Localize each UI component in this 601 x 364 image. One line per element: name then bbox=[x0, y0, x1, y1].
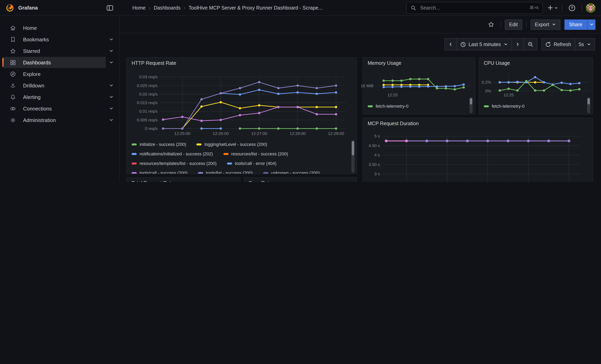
legend-item[interactable]: resources/templates/list - success (200) bbox=[131, 161, 217, 166]
expand-chevron-icon[interactable] bbox=[106, 83, 117, 88]
sidebar-link-home[interactable]: Home bbox=[2, 22, 106, 33]
search-input[interactable] bbox=[419, 5, 526, 11]
time-back-button[interactable] bbox=[445, 39, 456, 50]
breadcrumb-item[interactable]: Dashboards bbox=[154, 5, 180, 10]
expand-chevron-icon[interactable] bbox=[106, 95, 117, 99]
panel-title[interactable]: Error Rate bbox=[249, 180, 272, 182]
sidebar-link-dashboards[interactable]: Dashboards bbox=[2, 57, 106, 68]
panel-title[interactable]: CPU Usage bbox=[484, 60, 510, 66]
star-dashboard-icon[interactable] bbox=[486, 19, 496, 30]
legend-swatch bbox=[484, 105, 489, 107]
panel-title[interactable]: Total Request Rate bbox=[131, 180, 174, 182]
alerting-icon bbox=[8, 94, 18, 100]
sidebar-item-label: Home bbox=[23, 25, 37, 31]
legend-scrollbar[interactable] bbox=[470, 97, 473, 113]
sidebar-link-explore[interactable]: Explore bbox=[2, 68, 106, 79]
toolbar-divider bbox=[526, 21, 526, 28]
sidebar-item-explore: Explore bbox=[2, 68, 117, 79]
svg-text:0.03 req/s: 0.03 req/s bbox=[139, 75, 158, 79]
expand-chevron-icon[interactable] bbox=[106, 118, 117, 122]
drilldown-icon bbox=[8, 82, 18, 89]
svg-text:12:26:00: 12:26:00 bbox=[213, 131, 229, 136]
legend-scrollbar[interactable] bbox=[351, 140, 355, 173]
panel-title[interactable]: HTTP Request Rate bbox=[131, 60, 176, 66]
dashboards-icon bbox=[8, 59, 18, 66]
time-range-picker[interactable]: Last 5 minutes bbox=[456, 39, 511, 50]
connections-icon bbox=[8, 105, 18, 112]
svg-text:0 req/s: 0 req/s bbox=[145, 126, 158, 131]
time-range-group: Last 5 minutes bbox=[444, 38, 537, 50]
legend-swatch bbox=[227, 162, 232, 164]
zoom-out-button[interactable] bbox=[523, 39, 537, 50]
legend-swatch bbox=[368, 105, 373, 107]
refresh-icon bbox=[545, 41, 551, 47]
share-button-group: Share bbox=[564, 19, 595, 30]
expand-chevron-icon[interactable] bbox=[106, 106, 117, 111]
svg-text:12:25:00: 12:25:00 bbox=[174, 131, 190, 136]
expand-chevron-icon[interactable] bbox=[106, 37, 117, 42]
sidebar-link-starred[interactable]: Starred bbox=[2, 45, 106, 56]
cpu-legend: fetch-telemetry-0 bbox=[484, 101, 585, 113]
legend-swatch bbox=[197, 143, 202, 145]
sidebar-link-alerting[interactable]: Alerting bbox=[2, 91, 106, 103]
collapse-sidebar-icon[interactable] bbox=[105, 3, 115, 13]
legend-swatch bbox=[198, 172, 203, 174]
refresh-button[interactable]: Refresh bbox=[542, 39, 575, 50]
legend-item[interactable]: fetch-telemetry-0 bbox=[368, 104, 408, 108]
help-icon[interactable]: ? bbox=[566, 2, 578, 13]
administration-icon bbox=[8, 117, 18, 123]
time-controls: Last 5 minutes Refresh 5s bbox=[120, 38, 601, 50]
sidebar-item-label: Alerting bbox=[23, 94, 40, 100]
legend-item[interactable]: logging/setLevel - success (200) bbox=[197, 142, 267, 147]
sidebar-item-administration: Administration bbox=[2, 114, 117, 126]
share-menu-chevron[interactable] bbox=[587, 19, 595, 30]
svg-text:12:25: 12:25 bbox=[503, 93, 514, 97]
sidebar-item-label: Administration bbox=[23, 117, 56, 123]
svg-text:5 s: 5 s bbox=[374, 134, 380, 138]
svg-text:3.50 s: 3.50 s bbox=[369, 162, 380, 167]
legend-swatch bbox=[263, 172, 268, 174]
expand-chevron-icon[interactable] bbox=[106, 60, 117, 65]
chevron-down-icon bbox=[587, 42, 591, 47]
panel-title[interactable]: MCP Request Duration bbox=[368, 121, 419, 126]
sidebar-link-drilldown[interactable]: Drilldown bbox=[2, 80, 106, 91]
add-button[interactable] bbox=[547, 2, 558, 13]
legend-item[interactable]: fetch-telemetry-0 bbox=[484, 104, 524, 108]
explore-icon bbox=[8, 70, 18, 77]
breadcrumb-separator: › bbox=[184, 5, 185, 11]
legend-swatch bbox=[131, 162, 137, 164]
mcp-request-duration-chart[interactable]: 12:25:0012:26:0012:27:0012:28:0012:29:00… bbox=[363, 118, 593, 182]
nav-left: Grafana bbox=[0, 0, 120, 16]
export-button[interactable]: Export bbox=[531, 19, 560, 30]
legend-swatch bbox=[131, 143, 137, 145]
legend-item[interactable]: unknown - success (200) bbox=[263, 170, 320, 174]
breadcrumb-item[interactable]: Home bbox=[132, 5, 146, 10]
expand-chevron-icon[interactable] bbox=[106, 49, 117, 53]
legend-item[interactable]: tools/call - error (404) bbox=[227, 161, 276, 166]
legend-item[interactable]: notifications/initialized - success (202… bbox=[131, 151, 213, 156]
sidebar-link-bookmarks[interactable]: Bookmarks bbox=[2, 34, 106, 45]
panel-mcp-request-duration: MCP Request Duration 12:25:0012:26:0012:… bbox=[362, 118, 593, 182]
legend-scrollbar[interactable] bbox=[587, 97, 590, 113]
svg-text:16 MiB: 16 MiB bbox=[361, 83, 373, 88]
legend-item[interactable]: initialize - success (200) bbox=[131, 142, 186, 147]
time-forward-button[interactable] bbox=[511, 39, 523, 50]
search-box[interactable]: ⌘+k bbox=[406, 2, 543, 14]
user-avatar[interactable] bbox=[586, 3, 595, 12]
share-button[interactable]: Share bbox=[564, 19, 587, 30]
legend-item[interactable]: tools/list - success (200) bbox=[198, 170, 253, 174]
panel-http-request-rate: HTTP Request Rate 12:25:0012:26:0012:27:… bbox=[126, 57, 357, 174]
http-legend: initialize - success (200)logging/setLev… bbox=[131, 139, 349, 174]
sidebar-link-administration[interactable]: Administration bbox=[2, 114, 106, 126]
refresh-interval-picker[interactable]: 5s bbox=[575, 39, 595, 50]
legend-item[interactable]: resources/list - success (200) bbox=[223, 151, 288, 156]
sidebar-link-connections[interactable]: Connections bbox=[2, 103, 106, 114]
svg-text:4 s: 4 s bbox=[374, 153, 380, 157]
legend-item[interactable]: tools/call - success (200) bbox=[131, 170, 188, 174]
sidebar-item-dashboards: Dashboards bbox=[2, 57, 117, 68]
edit-button[interactable]: Edit bbox=[505, 19, 522, 30]
grafana-logo-icon[interactable] bbox=[6, 3, 14, 12]
panel-title[interactable]: Memory Usage bbox=[368, 60, 401, 66]
sidebar-item-label: Drilldown bbox=[23, 82, 44, 89]
sidebar-item-home: Home bbox=[2, 22, 117, 33]
